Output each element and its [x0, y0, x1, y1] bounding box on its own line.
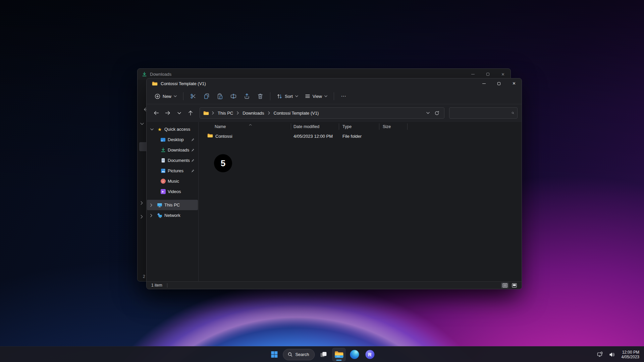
file-name: Contossi	[199, 134, 291, 139]
new-button-label: New	[163, 94, 171, 99]
details-view-icon	[502, 283, 507, 288]
chevron-right-icon[interactable]	[141, 201, 143, 205]
search-box[interactable]	[449, 107, 518, 119]
column-divider[interactable]	[379, 123, 379, 130]
file-type: File folder	[339, 134, 379, 139]
chevron-down-icon	[295, 95, 298, 97]
star-icon: ★	[157, 127, 162, 132]
close-icon: ✕	[501, 72, 504, 76]
maximize-button[interactable]	[491, 78, 506, 88]
column-headers: Name Date modified Type Size	[199, 122, 522, 131]
taskbar-search[interactable]: Search	[283, 349, 315, 360]
recent-locations-button[interactable]	[174, 108, 184, 118]
chevron-down-icon[interactable]	[150, 128, 154, 130]
chevron-right-icon[interactable]	[150, 203, 152, 207]
taskbar-clock[interactable]: 12:00 PM 4/05/2023	[622, 350, 639, 359]
sidebar-item-documents[interactable]: Documents	[147, 155, 198, 166]
chevron-down-icon[interactable]	[426, 112, 430, 114]
pin-icon	[191, 148, 195, 152]
large-icons-view-button[interactable]	[511, 283, 518, 288]
sidebar-item-label: Music	[168, 179, 179, 184]
column-divider[interactable]	[291, 123, 291, 130]
sidebar-item-network[interactable]: Network	[147, 210, 198, 221]
refresh-button[interactable]	[433, 109, 441, 117]
sidebar-item-label: Videos	[168, 189, 181, 194]
rename-icon	[230, 93, 236, 99]
breadcrumb-this-pc[interactable]: This PC	[217, 110, 234, 116]
chevron-right-icon	[237, 111, 239, 115]
column-header-size[interactable]: Size	[379, 124, 407, 129]
sort-button[interactable]: Sort	[273, 91, 302, 102]
this-pc-icon	[157, 202, 162, 208]
system-tray: 12:00 PM 4/05/2023	[596, 347, 639, 362]
up-button[interactable]	[185, 108, 196, 118]
volume-tray-button[interactable]	[608, 348, 616, 361]
sidebar-item-quick-access[interactable]: ★ Quick access	[147, 124, 198, 134]
network-tray-button[interactable]	[596, 348, 605, 361]
column-header-type[interactable]: Type	[339, 124, 379, 129]
chevron-right-icon[interactable]	[141, 215, 143, 219]
sidebar-item-label: Desktop	[168, 137, 184, 142]
folder-icon	[152, 81, 158, 86]
column-divider[interactable]	[407, 123, 408, 130]
back-button[interactable]	[151, 108, 161, 118]
close-icon: ✕	[512, 81, 516, 85]
delete-button[interactable]	[254, 90, 267, 102]
arrow-up-icon	[188, 110, 193, 116]
sidebar-item-downloads[interactable]: Downloads	[147, 145, 198, 155]
column-header-name[interactable]: Name	[199, 124, 291, 129]
navigation-pane: ★ Quick access Desktop Downloads Documen…	[147, 122, 199, 281]
search-input[interactable]	[452, 111, 512, 116]
cut-button[interactable]	[186, 90, 200, 102]
forward-button[interactable]	[163, 108, 173, 118]
item-count: 1 item	[151, 283, 162, 288]
search-icon	[512, 111, 514, 115]
sidebar-item-desktop[interactable]: Desktop	[147, 134, 198, 145]
explorer-titlebar[interactable]: Contossi Template (V1) ✕	[147, 78, 522, 88]
minimize-button[interactable]	[476, 78, 491, 88]
sidebar-item-music[interactable]: ♪ Music	[147, 176, 198, 186]
copy-button[interactable]	[200, 90, 213, 102]
breadcrumb[interactable]: This PC Downloads Contossi Template (V1)	[200, 107, 444, 119]
toolbar-divider	[183, 92, 183, 100]
column-divider[interactable]	[339, 123, 339, 130]
close-button[interactable]: ✕	[506, 78, 522, 88]
pin-icon	[191, 138, 195, 142]
sidebar-item-pictures[interactable]: Pictures	[147, 166, 198, 176]
sidebar-item-label: This PC	[164, 202, 180, 207]
breadcrumb-current-folder[interactable]: Contossi Template (V1)	[273, 110, 320, 116]
details-view-button[interactable]	[501, 283, 508, 288]
share-icon	[244, 93, 250, 99]
chevron-right-icon	[212, 111, 214, 115]
speaker-icon	[609, 352, 615, 357]
arrow-left-icon	[154, 110, 159, 116]
rename-button[interactable]	[227, 90, 240, 102]
sidebar-item-label: Pictures	[168, 168, 183, 173]
command-bar: New Sort View	[147, 88, 522, 104]
edge-button[interactable]	[348, 348, 361, 361]
chevron-right-icon	[268, 111, 270, 115]
column-header-date-modified[interactable]: Date modified	[291, 124, 339, 129]
sidebar-item-this-pc[interactable]: This PC	[147, 200, 198, 210]
sidebar-item-videos[interactable]: ▶ Videos	[147, 186, 198, 197]
breadcrumb-downloads[interactable]: Downloads	[242, 110, 265, 116]
start-button[interactable]	[267, 348, 281, 361]
task-view-button[interactable]	[317, 348, 330, 361]
share-button[interactable]	[240, 90, 254, 102]
task-view-icon	[320, 351, 327, 358]
new-button[interactable]: New	[151, 91, 180, 102]
see-more-button[interactable]: …	[337, 92, 351, 101]
chevron-down-icon[interactable]	[140, 123, 144, 125]
file-row-contossi[interactable]: Contossi 4/05/2023 12:00 PM File folder	[199, 131, 522, 141]
large-icons-view-icon	[512, 283, 517, 288]
sidebar-item-label: Downloads	[168, 147, 189, 153]
file-explorer-button[interactable]	[332, 348, 346, 361]
window-title: Contossi Template (V1)	[161, 81, 206, 86]
windows-logo-icon	[271, 351, 278, 358]
chevron-right-icon[interactable]	[150, 214, 152, 217]
app-r-button[interactable]: R	[363, 348, 377, 361]
minimize-icon	[471, 74, 475, 74]
paste-button[interactable]	[213, 90, 227, 102]
arrow-right-icon	[165, 110, 170, 116]
view-button[interactable]: View	[302, 91, 331, 101]
